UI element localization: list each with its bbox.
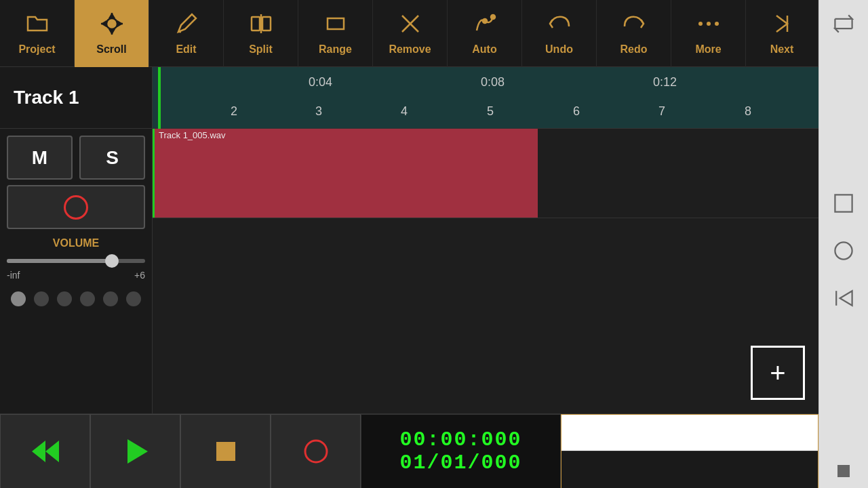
track-header: Track 1	[0, 67, 152, 129]
timeline-ruler: 0:04 0:08 0:12 2 3 4 5 6 7 8	[153, 67, 818, 129]
toolbar-scroll[interactable]: Scroll	[75, 0, 149, 67]
small-square-icon	[833, 461, 854, 481]
scroll-icon	[100, 12, 124, 39]
remove-icon	[398, 12, 422, 39]
toolbar-auto-label: Auto	[472, 43, 496, 56]
volume-max-label: +6	[134, 270, 145, 281]
time-marker-004: 0:04	[309, 75, 332, 89]
time-marker-012: 0:12	[653, 75, 677, 89]
svg-point-19	[707, 22, 711, 26]
svg-point-17	[491, 15, 495, 19]
play-button[interactable]	[90, 414, 180, 489]
next-icon	[770, 12, 794, 39]
edit-icon	[174, 12, 199, 39]
main-area: Project Scroll	[0, 0, 818, 488]
middle-area: Track 1 M S VOLUME -inf	[0, 67, 818, 413]
svg-rect-33	[837, 465, 850, 477]
audio-clip-label: Track 1_005.wav	[155, 128, 230, 142]
toolbar-remove[interactable]: Remove	[373, 0, 448, 67]
svg-rect-10	[252, 17, 260, 30]
empty-track-row	[153, 218, 818, 353]
toolbar-project-label: Project	[18, 43, 55, 56]
bar-marker-4: 4	[401, 104, 408, 119]
loop-button[interactable]	[827, 7, 861, 41]
pan-dot-4	[80, 291, 95, 306]
bar-marker-6: 6	[573, 104, 580, 119]
toolbar-range-label: Range	[319, 43, 352, 56]
pan-dot-3	[57, 291, 72, 306]
pan-dot-1	[11, 291, 26, 306]
bar-marker-7: 7	[658, 104, 665, 119]
stop-button[interactable]	[180, 414, 271, 489]
more-icon	[696, 12, 721, 39]
svg-rect-11	[262, 17, 271, 30]
svg-point-16	[483, 19, 487, 23]
svg-rect-13	[328, 18, 344, 29]
range-icon	[323, 12, 348, 39]
toolbar-more[interactable]: More	[671, 0, 746, 67]
time-markers-row: 0:04 0:08 0:12	[153, 67, 818, 98]
svg-point-26	[305, 441, 327, 462]
track-title: Track 1	[14, 87, 79, 108]
svg-marker-5	[110, 14, 114, 18]
pan-dot-6	[126, 291, 141, 306]
record-circle-icon	[64, 195, 88, 220]
circle-button[interactable]	[827, 234, 861, 268]
add-track-plus-icon: +	[770, 359, 785, 386]
toolbar-split[interactable]: Split	[224, 0, 298, 67]
svg-point-20	[715, 22, 719, 26]
back-button[interactable]	[827, 281, 861, 315]
toolbar-split-label: Split	[249, 43, 273, 56]
volume-slider[interactable]	[7, 259, 145, 263]
square-button[interactable]	[827, 186, 861, 220]
solo-button[interactable]: S	[79, 136, 145, 180]
audio-clip[interactable]: Track 1_005.wav	[153, 129, 538, 218]
time-display: 00:00:000 01/01/000	[361, 414, 561, 489]
playhead-indicator	[158, 67, 161, 129]
time-marker-008: 0:08	[481, 75, 505, 89]
folder-icon	[25, 12, 50, 39]
toolbar-undo-label: Undo	[545, 43, 573, 56]
track-content-area: Track 1_005.wav +	[153, 129, 818, 413]
toolbar-project[interactable]: Project	[0, 0, 75, 67]
fast-play-button[interactable]	[0, 414, 90, 489]
toolbar-range[interactable]: Range	[298, 0, 373, 67]
bar-marker-5: 5	[487, 104, 494, 119]
right-sidebar	[818, 0, 868, 488]
bar-markers-row: 2 3 4 5 6 7 8	[153, 98, 818, 129]
volume-slider-fill	[7, 259, 112, 263]
undo-icon	[547, 12, 572, 39]
bar-marker-2: 2	[231, 104, 237, 119]
toolbar-undo[interactable]: Undo	[522, 0, 597, 67]
toolbar-next-label: Next	[770, 43, 794, 56]
time-display-bottom: 01/01/000	[399, 451, 521, 474]
split-icon	[249, 12, 273, 39]
volume-slider-thumb[interactable]	[105, 254, 119, 268]
transport-bar: 00:00:000 01/01/000	[0, 413, 818, 488]
svg-point-0	[106, 18, 117, 29]
toolbar-remove-label: Remove	[389, 43, 431, 56]
pan-dot-5	[103, 291, 118, 306]
waveform-preview	[561, 414, 818, 489]
pan-dot-2	[34, 291, 49, 306]
timeline-area: 0:04 0:08 0:12 2 3 4 5 6 7 8	[153, 67, 818, 413]
toolbar-redo[interactable]: Redo	[597, 0, 671, 67]
mute-button[interactable]: M	[7, 136, 73, 180]
add-track-button[interactable]: +	[751, 346, 805, 400]
toolbar-more-label: More	[695, 43, 721, 56]
svg-marker-22	[32, 441, 45, 462]
toolbar-edit[interactable]: Edit	[149, 0, 224, 67]
waveform-top	[561, 415, 818, 452]
volume-slider-container: -inf +6	[7, 255, 145, 281]
svg-point-18	[698, 22, 703, 26]
waveform-bottom	[561, 451, 818, 488]
toolbar-auto[interactable]: Auto	[448, 0, 522, 67]
svg-marker-8	[118, 22, 121, 26]
toolbar-next[interactable]: Next	[746, 0, 818, 67]
svg-marker-6	[110, 30, 114, 33]
record-arm-button[interactable]	[7, 185, 145, 229]
redo-icon	[622, 12, 646, 39]
record-button[interactable]	[271, 414, 361, 489]
volume-label: VOLUME	[7, 237, 145, 249]
svg-marker-31	[840, 291, 852, 306]
